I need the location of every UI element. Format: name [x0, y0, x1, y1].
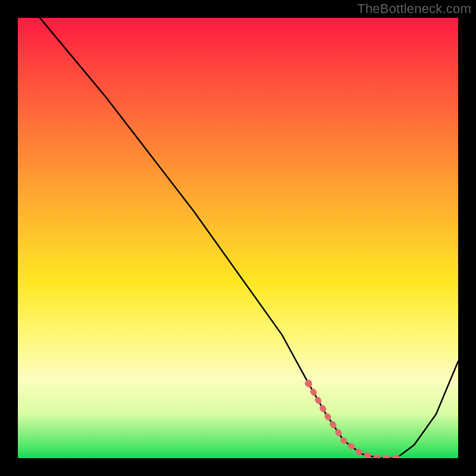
- flat-endpoint-dot: [393, 455, 400, 458]
- main-curve-line: [40, 18, 458, 458]
- plot-area: [18, 18, 458, 458]
- flat-region-highlight: [308, 383, 396, 458]
- chart-frame: TheBottleneck.com: [0, 0, 476, 476]
- chart-svg: [18, 18, 458, 458]
- watermark-text: TheBottleneck.com: [357, 1, 471, 17]
- flat-endpoint-dot: [305, 380, 312, 387]
